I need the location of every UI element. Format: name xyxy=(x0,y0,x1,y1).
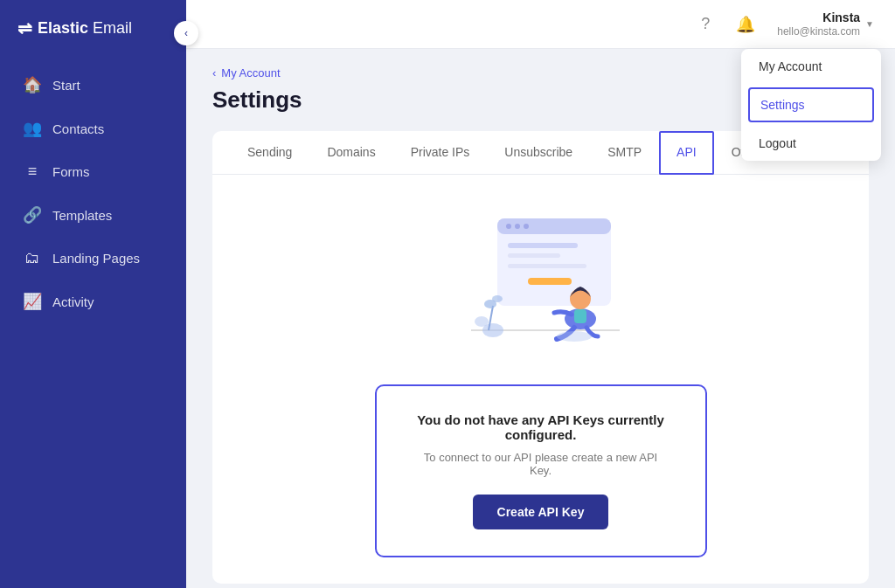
tab-sending[interactable]: Sending xyxy=(230,131,309,175)
svg-point-5 xyxy=(524,224,529,229)
account-dropdown: My Account Settings Logout xyxy=(741,49,881,161)
tab-unsubscribe[interactable]: Unsubscribe xyxy=(487,131,590,175)
tab-domains[interactable]: Domains xyxy=(309,131,392,175)
create-api-key-button[interactable]: Create API Key xyxy=(473,495,609,529)
svg-rect-9 xyxy=(528,278,572,285)
sidebar-item-start[interactable]: 🏠 Start xyxy=(9,65,177,105)
api-illustration xyxy=(445,201,637,358)
sidebar: ⇌ Elastic Email 🏠 Start 👥 Contacts ≡ For… xyxy=(0,0,186,588)
help-icon[interactable]: ? xyxy=(691,10,719,38)
main-area: ? 🔔 Kinsta hello@kinsta.com ▼ My Account… xyxy=(186,0,895,588)
svg-rect-2 xyxy=(497,218,611,234)
sidebar-label-contacts: Contacts xyxy=(52,121,104,136)
sidebar-label-landing-pages: Landing Pages xyxy=(52,251,140,266)
forms-icon: ≡ xyxy=(23,163,42,181)
dropdown-item-settings[interactable]: Settings xyxy=(748,87,874,122)
breadcrumb-arrow-icon: ‹ xyxy=(212,66,216,80)
tab-smtp[interactable]: SMTP xyxy=(590,131,659,175)
account-name: Kinsta xyxy=(777,10,860,25)
svg-point-4 xyxy=(515,224,520,229)
dropdown-item-logout[interactable]: Logout xyxy=(741,126,881,161)
api-key-desc: To connect to our API please create a ne… xyxy=(412,451,670,477)
notification-icon[interactable]: 🔔 xyxy=(732,10,760,38)
templates-icon: 🔗 xyxy=(23,205,42,225)
svg-rect-7 xyxy=(508,253,560,258)
logo-icon: ⇌ xyxy=(17,17,32,38)
activity-icon: 📈 xyxy=(23,292,42,311)
tab-api[interactable]: API xyxy=(659,131,714,175)
dropdown-item-my-account[interactable]: My Account xyxy=(741,49,881,84)
account-menu-trigger[interactable]: Kinsta hello@kinsta.com ▼ xyxy=(770,6,881,43)
sidebar-item-templates[interactable]: 🔗 Templates xyxy=(9,195,177,235)
sidebar-item-landing-pages[interactable]: 🗂 Landing Pages xyxy=(9,239,177,278)
svg-point-3 xyxy=(506,224,511,229)
breadcrumb-label: My Account xyxy=(221,66,280,80)
app-logo: ⇌ Elastic Email xyxy=(0,0,186,65)
header-icon-group: ? 🔔 xyxy=(691,10,760,38)
svg-point-11 xyxy=(475,316,489,327)
sidebar-label-start: Start xyxy=(52,78,80,93)
api-key-title: You do not have any API Keys currently c… xyxy=(412,412,670,442)
header: ? 🔔 Kinsta hello@kinsta.com ▼ xyxy=(186,0,895,49)
settings-card: Sending Domains Private IPs Unsubscribe … xyxy=(212,131,869,584)
tab-private-ips[interactable]: Private IPs xyxy=(393,131,488,175)
sidebar-item-forms[interactable]: ≡ Forms xyxy=(9,152,177,191)
home-icon: 🏠 xyxy=(23,75,42,94)
sidebar-collapse-button[interactable]: ‹ xyxy=(174,21,198,45)
logo-text: Elastic Email xyxy=(38,19,132,38)
svg-point-14 xyxy=(492,295,503,302)
contacts-icon: 👥 xyxy=(23,119,42,138)
sidebar-label-forms: Forms xyxy=(52,164,90,179)
api-key-empty-box: You do not have any API Keys currently c… xyxy=(375,384,707,557)
tab-api-content: You do not have any API Keys currently c… xyxy=(212,175,869,584)
sidebar-item-contacts[interactable]: 👥 Contacts xyxy=(9,108,177,149)
svg-point-16 xyxy=(570,288,591,309)
sidebar-label-activity: Activity xyxy=(52,294,94,309)
sidebar-item-activity[interactable]: 📈 Activity xyxy=(9,281,177,322)
svg-rect-6 xyxy=(508,243,578,248)
account-chevron-icon: ▼ xyxy=(865,19,874,29)
account-email: hello@kinsta.com xyxy=(777,25,860,39)
landing-pages-icon: 🗂 xyxy=(23,249,42,267)
svg-rect-17 xyxy=(574,309,586,323)
svg-rect-8 xyxy=(508,264,586,268)
sidebar-label-templates: Templates xyxy=(52,208,112,223)
svg-point-18 xyxy=(557,331,592,342)
account-info: Kinsta hello@kinsta.com xyxy=(777,10,860,39)
sidebar-nav: 🏠 Start 👥 Contacts ≡ Forms 🔗 Templates 🗂… xyxy=(0,65,186,322)
